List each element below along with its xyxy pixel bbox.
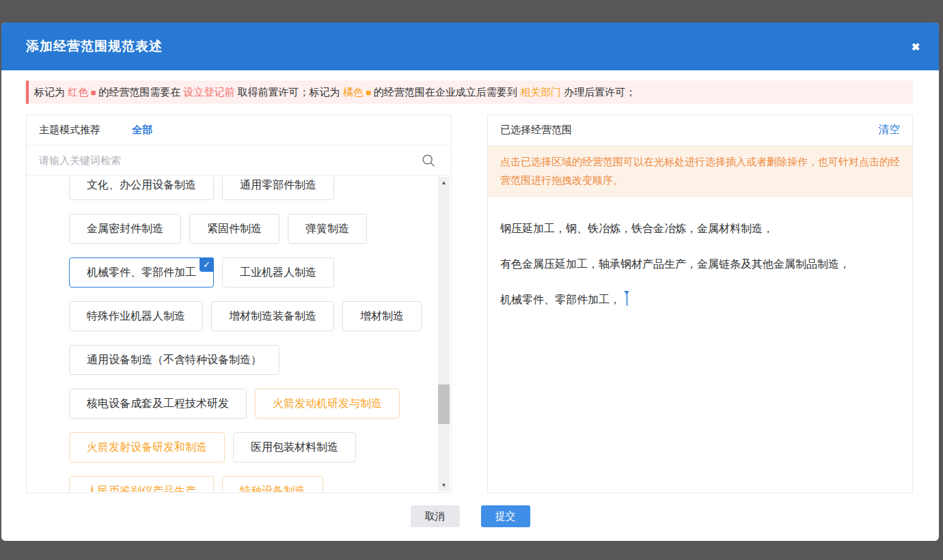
banner-text: 办理后置许可；: [561, 86, 636, 98]
clear-button[interactable]: 清空: [878, 123, 900, 137]
text-cursor-icon: [626, 293, 628, 306]
catalog-tabbar: 主题模式推荐 全部: [27, 115, 451, 145]
scope-tag-button[interactable]: 火箭发射设备研发和制造: [69, 432, 225, 462]
close-icon[interactable]: ✖: [907, 39, 924, 55]
tag-row: 通用设备制造（不含特种设备制造）: [69, 345, 438, 375]
scope-tag-button[interactable]: 特殊作业机器人制造: [69, 301, 203, 331]
scope-tag-button[interactable]: 工业机器人制造: [222, 257, 334, 288]
scope-tag-button[interactable]: 医用包装材料制造: [233, 432, 356, 462]
selected-scope-panel: 已选择经营范围 清空 点击已选择区域的经营范围可以在光标处进行选择插入或者删除操…: [487, 115, 913, 493]
scope-tag-button[interactable]: 紧固件制造: [189, 214, 279, 244]
scope-catalog-panel: 主题模式推荐 全部 文化、办公用设备制造通用零部件制造金属密封件制造紧固件制造弹…: [26, 115, 452, 493]
search-input[interactable]: [39, 154, 408, 166]
scope-tag-button[interactable]: 增材制造装备制造: [211, 301, 334, 331]
search-row: [27, 145, 451, 176]
scope-tag-button[interactable]: 通用零部件制造: [222, 177, 334, 200]
tag-row: 核电设备成套及工程技术研发火箭发动机研发与制造: [69, 389, 438, 419]
search-icon[interactable]: [421, 153, 436, 168]
scope-tag-button[interactable]: 文化、办公用设备制造: [69, 177, 214, 200]
selected-scope-text[interactable]: 钢压延加工，钢、铁冶炼，铁合金冶炼，金属材料制造，有色金属压延加工，轴承钢材产品…: [488, 197, 912, 307]
dialog-title: 添加经营范围规范表述: [26, 38, 163, 55]
tag-row: 特殊作业机器人制造增材制造装备制造增材制造: [69, 301, 438, 331]
orange-label: 橘色: [343, 86, 364, 98]
tab-theme-recommend[interactable]: 主题模式推荐: [39, 124, 100, 137]
selected-scope-line[interactable]: 有色金属压延加工，轴承钢材产品生产，金属链条及其他金属制品制造，: [500, 257, 900, 272]
banner-text: 的经营范围在企业成立后需要到: [374, 86, 520, 98]
red-label: 红色: [68, 86, 88, 98]
add-business-scope-dialog: 添加经营范围规范表述 ✖ 标记为 红色 ■ 的经营范围需要在 设立登记前 取得前…: [1, 23, 939, 541]
red-square-icon: ■: [88, 87, 98, 98]
scroll-up-icon[interactable]: ▲: [438, 177, 450, 188]
scrollbar-track[interactable]: [438, 188, 450, 479]
selected-scope-title: 已选择经营范围: [500, 124, 572, 137]
pre-permit-label: 设立登记前: [183, 86, 234, 98]
selected-scope-hint: 点击已选择区域的经营范围可以在光标处进行选择插入或者删除操作，也可针对点击的经营…: [488, 145, 912, 197]
dialog-header: 添加经营范围规范表述 ✖: [1, 23, 939, 70]
submit-button[interactable]: 提交: [481, 505, 530, 527]
check-icon: ✓: [200, 257, 214, 272]
scope-tag-button[interactable]: 人民币鉴别仪产品生产: [69, 476, 214, 492]
scope-tag-button[interactable]: 火箭发动机研发与制造: [255, 389, 400, 419]
scroll-down-icon[interactable]: ▼: [438, 479, 450, 491]
scope-tag-button[interactable]: 弹簧制造: [288, 214, 367, 244]
orange-square-icon: ■: [364, 87, 374, 98]
tag-row: 机械零件、零部件加工✓工业机器人制造: [69, 257, 438, 288]
banner-text: 取得前置许可；标记为: [234, 86, 342, 98]
tab-all[interactable]: 全部: [132, 124, 152, 137]
tag-row: 文化、办公用设备制造通用零部件制造: [69, 177, 438, 200]
list-scrollbar[interactable]: ▲ ▼: [438, 177, 450, 491]
scope-tag-button[interactable]: 特种设备制造: [222, 476, 323, 492]
selected-scope-line[interactable]: 机械零件、零部件加工，: [500, 292, 900, 307]
cancel-button[interactable]: 取消: [411, 505, 460, 527]
tag-row: 金属密封件制造紧固件制造弹簧制造: [69, 214, 438, 244]
page-overlay: 添加经营范围规范表述 ✖ 标记为 红色 ■ 的经营范围需要在 设立登记前 取得前…: [0, 0, 943, 560]
tag-row: 人民币鉴别仪产品生产特种设备制造: [69, 476, 438, 492]
related-dept-label: 相关部门: [520, 86, 561, 98]
scrollbar-thumb[interactable]: [438, 384, 450, 424]
selected-scope-line[interactable]: 钢压延加工，钢、铁冶炼，铁合金冶炼，金属材料制造，: [500, 221, 900, 236]
scope-tag-button[interactable]: 机械零件、零部件加工✓: [69, 257, 214, 288]
banner-text: 标记为: [34, 86, 68, 98]
scope-tag-rows: 文化、办公用设备制造通用零部件制造金属密封件制造紧固件制造弹簧制造机械零件、零部…: [27, 177, 438, 492]
scope-tag-list: 文化、办公用设备制造通用零部件制造金属密封件制造紧固件制造弹簧制造机械零件、零部…: [27, 177, 438, 492]
dialog-footer: 取消 提交: [1, 505, 939, 527]
scope-tag-button[interactable]: 增材制造: [342, 301, 422, 331]
banner-text: 的经营范围需要在: [98, 86, 183, 98]
scope-tag-button[interactable]: 核电设备成套及工程技术研发: [69, 389, 247, 419]
permit-legend-banner: 标记为 红色 ■ 的经营范围需要在 设立登记前 取得前置许可；标记为 橘色 ■ …: [26, 81, 913, 104]
selected-scope-header: 已选择经营范围 清空: [488, 115, 912, 145]
tag-row: 火箭发射设备研发和制造医用包装材料制造: [69, 432, 438, 462]
scope-tag-button[interactable]: 金属密封件制造: [69, 214, 181, 244]
scope-tag-button[interactable]: 通用设备制造（不含特种设备制造）: [69, 345, 279, 375]
